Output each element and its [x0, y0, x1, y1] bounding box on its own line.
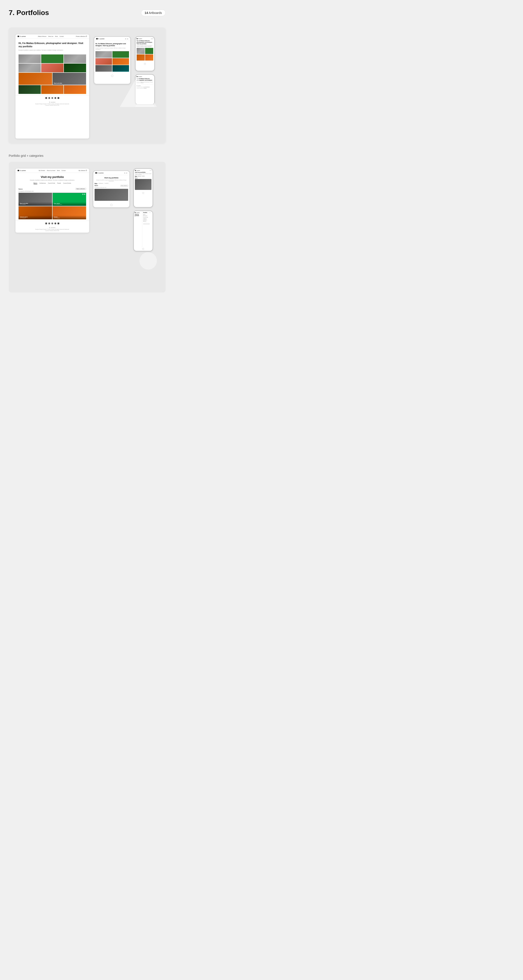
t2-section-name: Nature [94, 185, 98, 186]
m2-bottom-text: B_system Graphic Design System © 2019, s… [16, 226, 89, 232]
t2-icons [124, 172, 127, 173]
desktop-mockup-2: B_system My Portfolio About my brand Wor… [15, 168, 89, 233]
home-circle[interactable] [111, 75, 113, 77]
m2-pure-overlay: Pure nature 40+ Photography Nature [53, 202, 86, 206]
phone4-main: B_system Visit my portfolio × [134, 211, 142, 247]
phone-mockup-2: B_system Hi, I'm Matias Eriksson, photog… [135, 74, 155, 105]
img-cell-11 [64, 85, 86, 94]
nav-item-2[interactable]: About me [48, 36, 53, 37]
phone4-search-box[interactable] [143, 223, 150, 225]
m2-footer-be [45, 223, 47, 224]
nav-item-1[interactable]: Matias Eriksson [38, 36, 46, 37]
tab-events[interactable]: Current Events [63, 183, 71, 185]
nav-item-4[interactable]: Contact [59, 36, 64, 37]
tab-people[interactable]: People [57, 183, 61, 185]
phone2-logo-sq [137, 76, 137, 77]
m2-cell-ordered: Ordered nature 40+ Photography [19, 206, 52, 219]
m2-tabs: Nature Architecture Food & Drink People … [19, 183, 86, 185]
footer-icon-pi [51, 97, 53, 99]
section2-card: B_system My Portfolio About my brand Wor… [9, 162, 166, 293]
mockup1-hero: Hi, I'm Matias Eriksson, photographer an… [16, 38, 89, 54]
tablet1-sub: Example of portfolio to express your amb… [96, 48, 129, 50]
topbar-right: Private collections ☰ [76, 36, 87, 37]
phone3-tab2[interactable]: Architecture [138, 176, 141, 177]
m2-nav2[interactable]: About my brand [47, 170, 55, 171]
m2-grid: Black and white 40+ Photography Pure nat… [19, 193, 86, 206]
m2-page-sub: Example of portfolio to express your amb… [19, 180, 86, 181]
phone3-home-btn [134, 191, 153, 195]
phone1-home-circle[interactable] [144, 63, 146, 65]
phone3-icon2 [151, 170, 151, 171]
phone4-logo-txt: B_system [136, 212, 140, 213]
phone4-logo-sq [135, 212, 136, 213]
tablet1-icon2 [127, 38, 128, 40]
phone4-layout: B_system Visit my portfolio × Portfolio … [134, 211, 153, 247]
m2-cell-bw: Black and white 40+ Photography [19, 193, 52, 206]
phone4-home-btn [134, 247, 153, 251]
mockup1-bottom-brand: B_system Graphic Design System © 2019, s… [16, 100, 89, 107]
section2-wrapper: Portfolio grid + categories B_system My … [9, 154, 166, 293]
img-cell-7 [19, 73, 52, 85]
t2-icon1 [124, 172, 125, 173]
phone1-logo-text: B_system [138, 38, 142, 39]
footer-icon-tw [54, 97, 56, 99]
image-grid-row1 [19, 54, 86, 63]
phone1-grid [137, 48, 153, 60]
nav-item-3[interactable]: Work [55, 36, 58, 37]
phone1-home-btn [136, 62, 154, 66]
m2-nav4[interactable]: Contact [61, 170, 65, 171]
section2-label: Portfolio grid + categories [9, 154, 166, 158]
phone3-tab3[interactable]: Food & D… [142, 176, 145, 177]
t2-tab-nature[interactable]: Nature [94, 183, 97, 184]
tab-nature[interactable]: Nature [33, 183, 37, 185]
phone-mockup-1: B_system Hi, I'm Matias Eriksson, photog… [135, 37, 155, 71]
tablet1-topbar: B_system [94, 37, 130, 41]
tablet1-icon1 [125, 38, 126, 40]
mockup2-logo: B_system [18, 170, 26, 171]
m2-pure-sub: 40+ Photography Nature [54, 204, 85, 205]
private-collections[interactable]: Private collections ☰ [76, 36, 87, 37]
phone1-logo: B_system [137, 38, 142, 39]
t2-tab-arch[interactable]: Architecture [99, 183, 103, 184]
m2-nav1[interactable]: My Portfolio [39, 170, 45, 171]
image-grid-row2 [19, 64, 86, 72]
m2-footer-pi [51, 223, 53, 224]
tablet1-logo-text: B_system [98, 38, 104, 40]
m2-footer-fb [48, 223, 50, 224]
phone4-home-circle[interactable] [142, 248, 144, 250]
phone1-inner: B_system Hi, I'm Matias Eriksson, photog… [136, 37, 154, 62]
m2-bw-overlay: Black and white 40+ Photography [19, 202, 52, 206]
t2-sub: Example of portfolio to express your amb… [94, 180, 128, 181]
pure-icon2 [84, 194, 85, 195]
tab-food[interactable]: Food & Drink [48, 183, 55, 185]
phone4-close-icon[interactable]: × [150, 212, 151, 214]
black-white-label: Black and white [54, 83, 62, 84]
phone1-icons [151, 38, 153, 39]
t2-topbar: B_system [93, 171, 129, 175]
topbar-logo: B_system [18, 36, 26, 37]
phone3-tab1[interactable]: Nature [135, 176, 137, 177]
m2-collection-btn[interactable]: Nature collections [75, 188, 86, 190]
img-cell-2 [41, 54, 64, 63]
phone1-topbar: B_system [137, 38, 153, 39]
m2-footer-in [57, 223, 59, 224]
tab-arch[interactable]: Architecture [40, 183, 46, 185]
t2-tab-food[interactable]: Food & D… [105, 183, 109, 184]
t2-tabs: Nature Architecture Food & D… [94, 183, 128, 184]
tablet-cell-3 [96, 58, 112, 65]
phone1-cell3 [137, 54, 145, 60]
mockup1-footer [16, 95, 89, 100]
mockup1-topbar: B_system Matias Eriksson About me Work C… [16, 34, 89, 38]
pure-icon1 [82, 194, 83, 195]
t2-collection-btn[interactable]: Nature collections [120, 185, 128, 187]
phone4-nav-mentions[interactable]: Mentions [143, 221, 151, 222]
m2-nav3[interactable]: Work [57, 170, 60, 171]
phone3-home-circle[interactable] [142, 192, 144, 194]
m2-section-header: Nature Nature collections [16, 187, 89, 191]
tablet-mockup-1: B_system Hi, I'm Matias Eriksson, photog… [94, 37, 131, 84]
m2-collection[interactable]: My collection ☰ [79, 170, 87, 171]
t2-logo-text: B_system [97, 172, 104, 173]
m2-brand-footer: B_system [16, 227, 89, 228]
t2-home-circle[interactable] [110, 204, 112, 206]
m2-ordered-sub: 40+ Photography [20, 218, 51, 218]
